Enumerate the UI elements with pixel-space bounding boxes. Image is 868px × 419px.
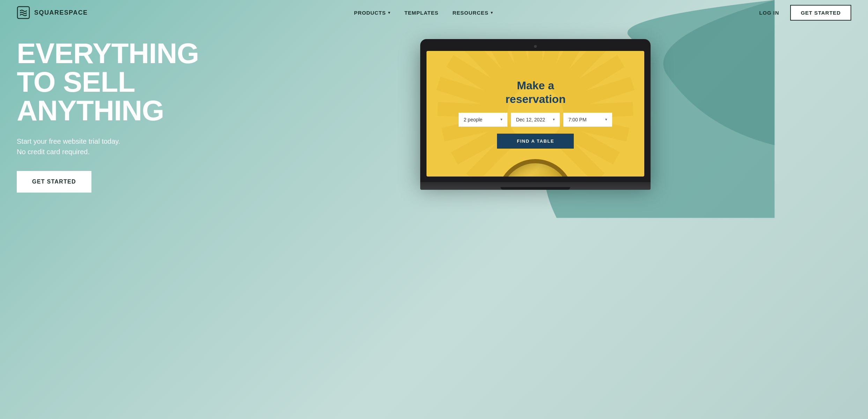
laptop-base	[420, 182, 651, 190]
reservation-fields: 2 people ▾ Dec 12, 2022 ▾ 7:00 PM ▾	[440, 113, 630, 127]
laptop-camera-area	[426, 45, 644, 48]
hero-get-started-button[interactable]: GET STARTED	[17, 171, 91, 193]
laptop-body: Make a reservation 2 people ▾ Dec 12, 20…	[420, 39, 651, 182]
plate-outer	[497, 159, 574, 177]
squarespace-logo-icon	[17, 6, 30, 19]
hero-section: EVERYTHING TO SELL ANYTHING Start your f…	[0, 25, 868, 193]
nav-right: LOG IN GET STARTED	[759, 5, 851, 21]
hero-headline: EVERYTHING TO SELL ANYTHING	[17, 39, 199, 125]
reservation-title: Make a reservation	[505, 79, 566, 106]
laptop-camera	[534, 45, 537, 48]
nav-products[interactable]: PRODUCTS ▾	[354, 10, 390, 16]
time-select[interactable]: 7:00 PM ▾	[563, 113, 612, 127]
resources-chevron-icon: ▾	[491, 10, 493, 15]
login-link[interactable]: LOG IN	[759, 10, 779, 16]
time-chevron-icon: ▾	[605, 117, 607, 122]
date-select[interactable]: Dec 12, 2022 ▾	[511, 113, 560, 127]
hero-left-content: EVERYTHING TO SELL ANYTHING Start your f…	[17, 39, 199, 193]
nav-center: PRODUCTS ▾ TEMPLATES RESOURCES ▾	[354, 10, 493, 16]
laptop-screen: Make a reservation 2 people ▾ Dec 12, 20…	[426, 51, 644, 177]
nav-left: SQUARESPACE	[17, 6, 88, 19]
nav-templates[interactable]: TEMPLATES	[405, 10, 439, 16]
navigation: SQUARESPACE PRODUCTS ▾ TEMPLATES RESOURC…	[0, 0, 868, 25]
hero-right-laptop: Make a reservation 2 people ▾ Dec 12, 20…	[220, 39, 851, 193]
page-wrapper: SQUARESPACE PRODUCTS ▾ TEMPLATES RESOURC…	[0, 0, 868, 419]
reservation-card: Make a reservation 2 people ▾ Dec 12, 20…	[426, 72, 644, 156]
date-chevron-icon: ▾	[553, 117, 555, 122]
nav-get-started-button[interactable]: GET STARTED	[790, 5, 851, 21]
nav-resources[interactable]: RESOURCES ▾	[452, 10, 493, 16]
logo-text: SQUARESPACE	[34, 9, 88, 16]
people-select[interactable]: 2 people ▾	[459, 113, 507, 127]
hero-subtext: Start your free website trial today. No …	[17, 136, 199, 157]
find-table-button[interactable]: FIND A TABLE	[497, 134, 574, 149]
laptop-mockup: Make a reservation 2 people ▾ Dec 12, 20…	[420, 39, 651, 193]
people-chevron-icon: ▾	[500, 117, 503, 122]
products-chevron-icon: ▾	[388, 10, 391, 15]
